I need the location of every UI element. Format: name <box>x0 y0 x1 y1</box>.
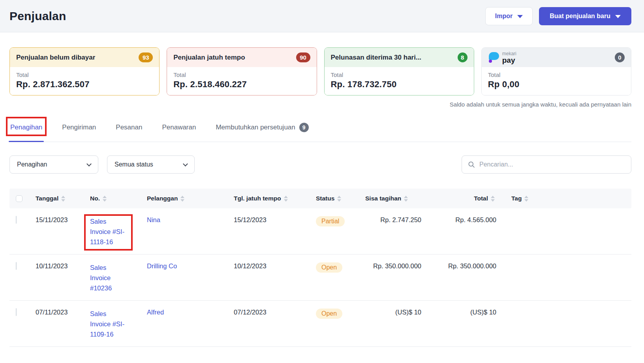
total-amount: Rp. 2.518.460.227 <box>173 79 310 90</box>
cell-invoice-number: Sales Invoice #10236 <box>90 254 147 300</box>
type-filter-value: Penagihan <box>17 161 47 168</box>
status-badge: Partial <box>316 216 345 226</box>
total-amount: Rp 0,00 <box>488 79 625 90</box>
status-badge: Open <box>316 309 342 319</box>
status-filter-value: Semua status <box>115 161 153 168</box>
tab-membutuhkan-persetujuan[interactable]: Membutuhkan persetujuan 9 <box>215 117 309 142</box>
sort-icon[interactable] <box>524 196 528 202</box>
search-input[interactable] <box>479 161 625 168</box>
tab-label: Pengiriman <box>62 123 96 131</box>
card-payments-received[interactable]: Pelunasan diterima 30 hari... 8 Total Rp… <box>324 47 474 95</box>
total-amount: Rp. 178.732.750 <box>331 79 468 90</box>
sort-icon[interactable] <box>284 196 288 202</box>
table-row: 10/11/2023 Sales Invoice #10236 Drilling… <box>9 254 631 301</box>
invoices-table: Tanggal No. Pelanggan Tgl. jatuh tempo S… <box>9 189 631 347</box>
sort-icon[interactable] <box>404 196 408 202</box>
create-sale-button-label: Buat penjualan baru <box>550 13 610 20</box>
tab-count-badge: 9 <box>299 123 309 132</box>
search-icon <box>468 161 475 168</box>
total-amount: Rp. 2.871.362.507 <box>16 79 153 90</box>
table-row: 15/11/2023 Sales Invoice #SI-1118-16 Nin… <box>9 208 631 254</box>
brand-product: pay <box>502 56 516 64</box>
tab-penagihan[interactable]: Penagihan <box>9 117 43 142</box>
row-checkbox[interactable] <box>16 216 17 224</box>
mekari-pay-logo: mekari pay <box>488 51 516 64</box>
invoice-link[interactable]: Sales Invoice #SI-1109-16 <box>90 309 126 339</box>
card-title: Penjualan jatuh tempo <box>173 54 245 62</box>
cell-status: Partial <box>316 208 365 234</box>
cell-date: 15/11/2023 <box>36 208 90 231</box>
cell-status: Open <box>316 301 365 326</box>
page-title: Penjualan <box>9 9 66 23</box>
cell-due-date: 15/12/2023 <box>234 208 316 231</box>
card-body: Total Rp 0,00 <box>482 67 631 95</box>
invoice-link[interactable]: Sales Invoice #10236 <box>90 262 126 293</box>
tab-label: Penawaran <box>162 123 196 131</box>
cell-date: 10/11/2023 <box>36 254 90 277</box>
sort-icon[interactable] <box>103 196 107 202</box>
row-checkbox[interactable] <box>16 262 17 270</box>
cell-customer: Nina <box>147 208 234 231</box>
count-badge: 90 <box>296 52 310 62</box>
cell-invoice-number: Sales Invoice #SI-1109-16 <box>90 301 147 346</box>
type-filter-dropdown[interactable]: Penagihan <box>9 155 98 174</box>
card-mekari-pay[interactable]: mekari pay 0 Total Rp 0,00 <box>481 47 631 95</box>
cell-due-date: 07/12/2023 <box>234 301 316 323</box>
tab-pengiriman[interactable]: Pengiriman <box>61 117 97 142</box>
status-badge: Open <box>316 262 342 273</box>
col-tgl-jatuh-tempo: Tgl. jatuh tempo <box>234 195 281 202</box>
cell-remaining: Rp. 350.000.000 <box>365 254 421 277</box>
mekari-pay-icon <box>488 51 499 63</box>
balance-note: Saldo adalah untuk semua jangka waktu, k… <box>9 101 631 108</box>
col-sisa-tagihan: Sisa tagihan <box>365 195 401 202</box>
cell-customer: Drilling Co <box>147 254 234 277</box>
sort-icon[interactable] <box>491 196 495 202</box>
import-button-label: Impor <box>495 13 513 20</box>
count-badge: 93 <box>139 52 153 62</box>
col-no: No. <box>90 195 100 202</box>
invoice-link[interactable]: Sales Invoice #SI-1118-16 <box>90 216 126 247</box>
top-header-bar: Penjualan Impor Buat penjualan baru <box>0 0 644 32</box>
count-badge: 0 <box>615 52 625 62</box>
card-overdue-sales[interactable]: Penjualan jatuh tempo 90 Total Rp. 2.518… <box>167 47 317 95</box>
cell-remaining: (US)$ 10 <box>365 301 421 323</box>
customer-link[interactable]: Alfred <box>147 309 164 316</box>
tab-bar: Penagihan Pengiriman Pesanan Penawaran M… <box>9 117 631 142</box>
cell-tag <box>496 208 547 223</box>
select-all-checkbox[interactable] <box>16 195 23 202</box>
cell-tag <box>496 254 547 269</box>
tab-penawaran[interactable]: Penawaran <box>161 117 197 142</box>
card-header: Pelunasan diterima 30 hari... 8 <box>325 48 474 67</box>
total-label: Total <box>173 71 310 78</box>
cell-customer: Alfred <box>147 301 234 323</box>
search-box[interactable] <box>462 155 631 174</box>
brand-name: mekari <box>502 51 516 56</box>
col-tanggal: Tanggal <box>36 195 58 202</box>
card-header: Penjualan belum dibayar 93 <box>10 48 159 67</box>
create-sale-button[interactable]: Buat penjualan baru <box>539 7 631 25</box>
card-title: Pelunasan diterima 30 hari... <box>331 54 422 62</box>
summary-cards: Penjualan belum dibayar 93 Total Rp. 2.8… <box>9 47 631 95</box>
card-unpaid-sales[interactable]: Penjualan belum dibayar 93 Total Rp. 2.8… <box>9 47 160 95</box>
cell-total: (US)$ 10 <box>421 301 496 323</box>
tab-label: Penagihan <box>10 123 42 131</box>
sort-icon[interactable] <box>180 196 184 202</box>
customer-link[interactable]: Drilling Co <box>147 262 177 269</box>
card-header: mekari pay 0 <box>482 48 631 67</box>
sort-icon[interactable] <box>337 196 341 202</box>
cell-invoice-number: Sales Invoice #SI-1118-16 <box>90 208 147 254</box>
cell-status: Open <box>316 254 365 280</box>
import-button[interactable]: Impor <box>485 7 533 25</box>
cell-remaining: Rp. 2.747.250 <box>365 208 421 231</box>
tab-pesanan[interactable]: Pesanan <box>115 117 143 142</box>
chevron-down-icon <box>517 15 523 18</box>
sort-icon[interactable] <box>61 196 65 202</box>
total-label: Total <box>331 71 468 78</box>
cell-date: 07/11/2023 <box>36 301 90 323</box>
col-pelanggan: Pelanggan <box>147 195 178 202</box>
cell-due-date: 10/12/2023 <box>234 254 316 277</box>
customer-link[interactable]: Nina <box>147 216 160 223</box>
row-checkbox[interactable] <box>16 308 17 316</box>
status-filter-dropdown[interactable]: Semua status <box>107 155 195 174</box>
cell-tag <box>496 301 547 316</box>
